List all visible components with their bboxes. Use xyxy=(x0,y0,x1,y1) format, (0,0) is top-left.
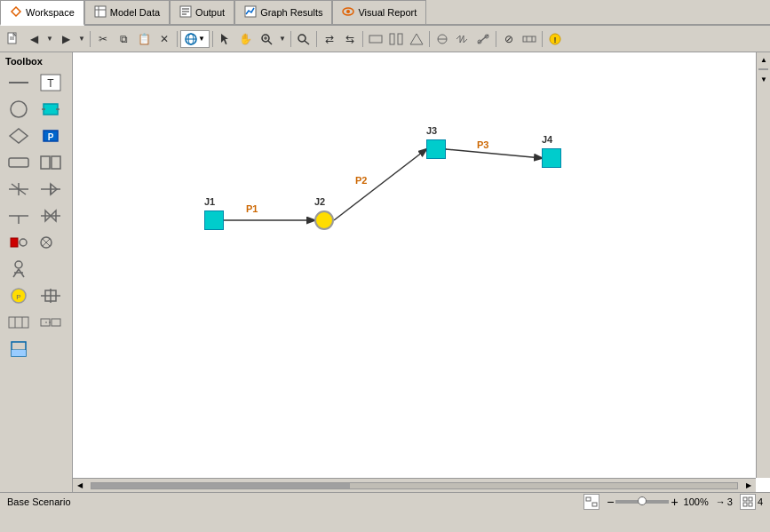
tool-c2[interactable] xyxy=(36,150,66,175)
workspace-tab-icon xyxy=(10,5,22,20)
svg-rect-26 xyxy=(390,34,394,44)
h-scrollbar-track[interactable] xyxy=(91,482,738,489)
graph-results-tab-icon xyxy=(244,5,257,20)
redo-dropdown[interactable]: ▼ xyxy=(76,29,87,49)
svg-rect-84 xyxy=(12,350,26,356)
svg-rect-92 xyxy=(743,497,747,501)
tab-graph-results[interactable]: Graph Results xyxy=(234,0,332,24)
status-right: − + 100% → 3 4 xyxy=(583,494,763,510)
copy-button[interactable]: ⧉ xyxy=(114,29,133,49)
graph-results-tab-label: Graph Results xyxy=(260,7,322,18)
tool-flex[interactable] xyxy=(36,310,66,335)
tool-arrow[interactable] xyxy=(4,123,34,148)
svg-text:P: P xyxy=(48,132,54,142)
flow-left-button[interactable]: ⇄ xyxy=(320,29,339,49)
page-current: 3 xyxy=(727,496,733,507)
main-layout: Toolbox T P xyxy=(0,52,770,492)
tool-reservoir[interactable] xyxy=(4,97,34,122)
scroll-right[interactable]: ▶ xyxy=(742,479,756,493)
scroll-left[interactable]: ◀ xyxy=(73,479,87,493)
zoom-out-button[interactable]: − xyxy=(607,496,614,508)
tab-visual-report[interactable]: Visual Report xyxy=(332,0,426,24)
tool-junction[interactable] xyxy=(36,97,66,122)
cut-button[interactable]: ✂ xyxy=(93,29,113,49)
undo-dropdown[interactable]: ▼ xyxy=(44,29,55,49)
tool-check-valve[interactable] xyxy=(36,177,66,202)
tool-tank[interactable] xyxy=(4,337,34,361)
page-grid-button[interactable] xyxy=(740,494,756,510)
status-bar: Base Scenario − + 100% → 3 4 xyxy=(0,492,770,510)
undo-button[interactable]: ◀ xyxy=(24,29,44,49)
tip-button[interactable]: ! xyxy=(545,29,565,49)
v-scrollbar[interactable]: ▲ ▼ xyxy=(756,52,770,478)
paste-button[interactable]: 📋 xyxy=(134,29,154,49)
svg-line-24 xyxy=(305,41,309,44)
label-j3: J3 xyxy=(426,125,437,136)
svg-rect-34 xyxy=(523,36,536,42)
label-p1: P1 xyxy=(246,203,258,214)
tool7[interactable]: ⊘ xyxy=(499,29,519,49)
new-button[interactable] xyxy=(4,29,23,49)
node-j4[interactable] xyxy=(542,148,561,168)
tool-butterfly-valve[interactable] xyxy=(36,203,66,228)
scroll-up[interactable]: ▲ xyxy=(757,52,770,67)
units-dropdown[interactable]: ▼ xyxy=(180,30,210,48)
tab-output[interactable]: Output xyxy=(170,0,234,24)
tab-workspace[interactable]: Workspace xyxy=(0,0,84,26)
model-data-tab-icon xyxy=(94,5,107,20)
tool-r1[interactable] xyxy=(4,230,34,255)
tool-valve[interactable] xyxy=(4,177,34,202)
tool-grid[interactable] xyxy=(4,310,34,335)
svg-rect-50 xyxy=(41,156,50,169)
tool-person[interactable] xyxy=(4,257,34,282)
tab-bar: Workspace Model Data Output Graph Result… xyxy=(0,0,770,26)
tool-text[interactable]: T xyxy=(36,70,66,95)
visual-report-tab-icon xyxy=(342,5,354,20)
tool1[interactable] xyxy=(366,29,385,49)
search-button[interactable] xyxy=(294,29,314,49)
tool-pump2[interactable]: P xyxy=(4,283,34,308)
tab-model-data[interactable]: Model Data xyxy=(84,0,170,24)
tool-gate-valve[interactable] xyxy=(36,283,66,308)
node-j1[interactable] xyxy=(204,210,224,230)
delete-button[interactable]: ✕ xyxy=(155,29,174,49)
svg-line-86 xyxy=(334,149,426,220)
svg-point-70 xyxy=(15,261,22,268)
canvas-area[interactable]: J1 J2 J3 J4 P1 P2 P3 ◀ ▶ ▲ xyxy=(73,52,770,492)
zoom-tool[interactable] xyxy=(257,29,276,49)
zoom-controls: − + 100% xyxy=(607,496,709,508)
svg-rect-43 xyxy=(44,104,58,115)
tool-c1[interactable] xyxy=(4,150,34,175)
scenario-label: Base Scenario xyxy=(7,496,71,507)
node-j2[interactable] xyxy=(314,210,334,230)
scroll-down[interactable]: ▼ xyxy=(757,72,770,86)
node-j3[interactable] xyxy=(426,139,446,159)
h-scrollbar[interactable]: ◀ ▶ xyxy=(73,478,756,492)
tool6[interactable] xyxy=(473,29,493,49)
diagram: J1 J2 J3 J4 P1 P2 P3 xyxy=(73,52,770,492)
nav-arrow-icon: → xyxy=(716,496,726,507)
svg-rect-76 xyxy=(9,317,28,328)
tool-tee[interactable] xyxy=(4,203,34,228)
svg-text:T: T xyxy=(47,77,54,90)
tool3[interactable] xyxy=(407,29,426,49)
redo-button[interactable]: ▶ xyxy=(56,29,75,49)
pan-tool[interactable]: ✋ xyxy=(236,29,256,49)
svg-rect-80 xyxy=(52,319,60,326)
zoom-dropdown[interactable]: ▼ xyxy=(277,29,288,49)
tool-pump[interactable]: P xyxy=(36,123,66,148)
svg-marker-28 xyxy=(410,34,423,44)
tool4[interactable] xyxy=(433,29,452,49)
tool8[interactable] xyxy=(520,29,539,49)
tool5[interactable] xyxy=(453,29,472,49)
zoom-in-button[interactable]: + xyxy=(671,496,678,508)
flow-right-button[interactable]: ⇆ xyxy=(340,29,360,49)
zoom-slider[interactable] xyxy=(615,500,669,504)
fit-button[interactable] xyxy=(583,494,599,510)
page-count: 4 xyxy=(758,496,763,507)
tool-r2[interactable] xyxy=(36,230,66,255)
tool2[interactable] xyxy=(386,29,406,49)
select-tool[interactable] xyxy=(216,29,235,49)
svg-point-42 xyxy=(11,101,27,117)
tool-pipe[interactable] xyxy=(4,70,34,95)
